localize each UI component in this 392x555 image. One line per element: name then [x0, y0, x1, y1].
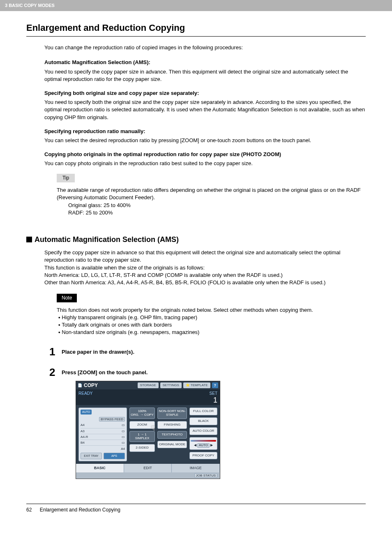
storage-tab[interactable]: STORAGE	[138, 382, 159, 388]
section-body: You need to specify both the original si…	[44, 99, 366, 121]
square-bullet-icon	[26, 237, 32, 242]
ready-status: READY	[78, 391, 92, 404]
auto-badge: AUTO	[81, 410, 92, 415]
density-slider[interactable]: ◀ AUTO ▶	[189, 437, 217, 450]
template-tab[interactable]: ⭐ TEMPLATE	[183, 382, 210, 388]
job-status-button[interactable]: JOB STATUS	[194, 473, 217, 478]
ams-paragraph: North America: LD, LG, LT, LT-R, ST-R an…	[44, 272, 366, 279]
h2-text: Automatic Magnification Selection (AMS)	[35, 235, 179, 244]
basic-tab[interactable]: BASIC	[76, 464, 124, 472]
section-body: You need to specify the copy paper size …	[44, 68, 366, 83]
textphoto-display: TEXT/PHOTO	[157, 431, 187, 439]
note-item: Non-standard size originals (e.g. newspa…	[64, 329, 366, 336]
step-text: Press [ZOOM] on the touch panel.	[62, 367, 148, 376]
black-button[interactable]: BLACK	[189, 417, 217, 425]
step-text: Place paper in the drawer(s).	[62, 346, 134, 356]
section-heading: Specifying reproduction ratio manually:	[44, 128, 366, 135]
section-h2: Automatic Magnification Selection (AMS)	[26, 235, 366, 245]
paper-tray-row[interactable]: A4-R▭	[81, 434, 125, 440]
paper-source-area: AUTO BYPASS FEED A4▭ A3▭ A4-R▭ B4▭ A4 E	[78, 408, 127, 461]
original-mode-button[interactable]: ORIGINAL MODE	[157, 441, 187, 449]
density-auto-button[interactable]: AUTO	[197, 443, 210, 448]
note-item: Totally dark originals or ones with dark…	[64, 321, 366, 329]
ams-paragraph: Other than North America: A3, A4, A4-R, …	[44, 279, 366, 286]
section-heading: Copying photo originals in the optimal r…	[44, 151, 366, 158]
auto-color-button[interactable]: AUTO COLOR	[189, 427, 217, 435]
touch-panel-screenshot: 📄 COPY STORAGE SETTINGS ⭐ TEMPLATE ? REA…	[76, 381, 220, 479]
note-label: Note	[57, 294, 77, 302]
section-body: You can select the desired reproduction …	[44, 137, 366, 144]
tip-text: Original glass: 25 to 400%	[68, 202, 366, 209]
step-number: 1	[49, 346, 62, 357]
tip-text: The available range of reproduction rati…	[57, 187, 366, 201]
full-color-button[interactable]: FULL COLOR	[189, 408, 217, 415]
finishing-button[interactable]: FINISHING	[157, 421, 187, 429]
ratio-display: 100% ORG. → COPY	[129, 408, 155, 419]
template-tab-label: TEMPLATE	[191, 383, 208, 387]
section-heading: Specifying both original size and copy p…	[44, 90, 366, 97]
ams-paragraph: This function is available when the size…	[44, 264, 366, 272]
ams-paragraph: Specify the copy paper size in advance s…	[44, 249, 366, 264]
exit-tray-button[interactable]: EXIT TRAY	[81, 453, 102, 459]
zoom-button[interactable]: ZOOM ☟	[129, 421, 155, 429]
paper-tray-row[interactable]: A4▭	[81, 422, 125, 428]
sort-display: NON-SORT NON-STAPLE	[157, 408, 187, 419]
paper-tray-row[interactable]: A3▭	[81, 428, 125, 434]
set-count: 1	[210, 396, 217, 404]
paper-side-label: A4	[121, 447, 125, 451]
help-button[interactable]: ?	[212, 382, 219, 389]
settings-tab[interactable]: SETTINGS	[160, 382, 182, 388]
copy-title: COPY	[84, 382, 136, 389]
page-number: 62	[26, 507, 32, 513]
section-body: You can copy photo originals in the repr…	[44, 160, 366, 167]
aps-button[interactable]: APS	[104, 453, 125, 459]
note-item: Highly transparent originals (e.g. OHP f…	[64, 314, 366, 321]
chapter-header: 3 BASIC COPY MODES	[0, 0, 392, 11]
footer-title: Enlargement and Reduction Copying	[40, 507, 120, 513]
edit-tab[interactable]: EDIT	[124, 464, 172, 472]
note-intro: This function does not work properly for…	[57, 306, 366, 314]
tip-label: Tip	[57, 174, 75, 182]
section-heading: Automatic Magnification Selection (AMS):	[44, 59, 366, 66]
proof-copy-button[interactable]: PROOF COPY	[189, 452, 217, 460]
set-label: SET	[210, 391, 217, 396]
page-footer: 62 Enlargement and Reduction Copying	[26, 504, 366, 514]
paper-tray-row[interactable]: B4▭	[81, 440, 125, 446]
bypass-feed-button[interactable]: BYPASS FEED	[99, 417, 125, 421]
pointer-hand-icon: ☟	[151, 425, 155, 433]
copy-icon: 📄	[78, 383, 82, 388]
two-sided-button[interactable]: 2-SIDED	[129, 444, 155, 452]
image-tab[interactable]: IMAGE	[172, 464, 220, 472]
intro-text: You can change the reproduction ratio of…	[44, 44, 366, 51]
tip-text: RADF: 25 to 200%	[68, 209, 366, 216]
step-number: 2	[49, 367, 62, 378]
page-title: Enlargement and Reduction Copying	[26, 22, 366, 37]
